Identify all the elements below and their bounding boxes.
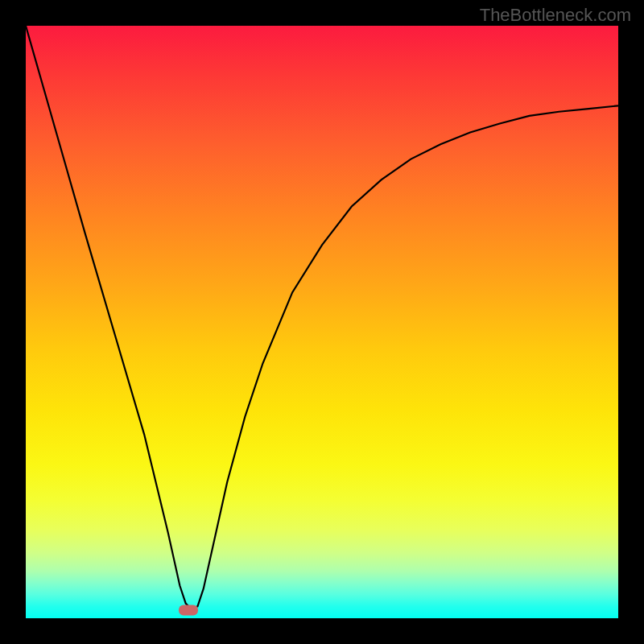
watermark-text: TheBottleneck.com (480, 5, 631, 26)
chart-plot-area (26, 26, 618, 618)
chart-curve-svg (26, 26, 618, 618)
bottleneck-curve-line (26, 26, 618, 609)
chart-min-marker (179, 605, 198, 616)
